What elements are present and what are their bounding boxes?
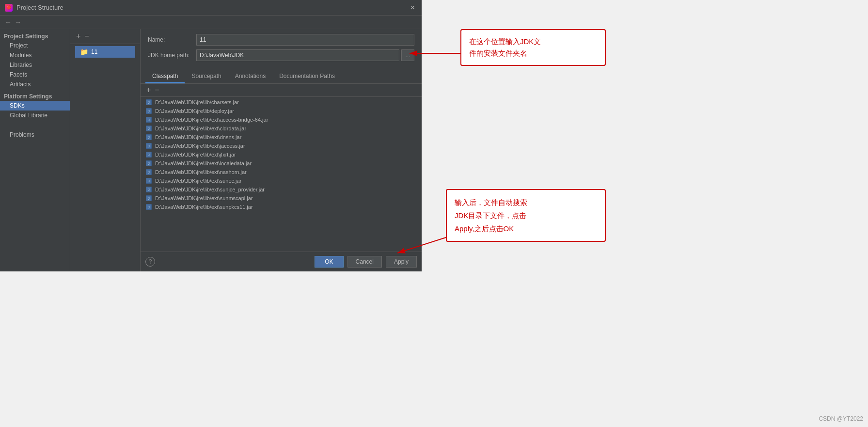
watermark: CSDN @YT2022 <box>819 415 863 422</box>
dialog-title: Project Structure <box>16 4 63 11</box>
top-annotation-text: 在这个位置输入JDK文件的安装文件夹名 <box>469 37 541 57</box>
list-item: J D:\JavaWeb\JDK\jre\lib\charsets.jar <box>141 98 422 107</box>
sidebar: Project Settings Project Modules Librari… <box>0 29 70 271</box>
form-area: Name: JDK home path: ... <box>141 29 422 70</box>
tab-sourcepath[interactable]: Sourcepath <box>185 70 228 83</box>
add-classpath-button[interactable]: + <box>145 86 152 95</box>
list-item: J D:\JavaWeb\JDK\jre\lib\ext\sunec.jar <box>141 176 422 185</box>
jar-icon: J <box>145 151 152 158</box>
name-input[interactable] <box>196 34 414 46</box>
sdk-list-toolbar: + − <box>70 29 140 44</box>
list-item: J D:\JavaWeb\JDK\jre\lib\ext\sunmscapi.j… <box>141 194 422 203</box>
jar-icon: J <box>145 142 152 149</box>
app-icon: 🔴 <box>5 4 13 12</box>
sdk-entry[interactable]: 📁 11 <box>75 46 135 58</box>
back-arrow[interactable]: ← <box>5 18 12 26</box>
project-structure-dialog: 🔴 Project Structure × ← → Project Settin… <box>0 0 422 271</box>
title-bar: 🔴 Project Structure × <box>0 0 422 16</box>
file-list[interactable]: J D:\JavaWeb\JDK\jre\lib\charsets.jar J … <box>141 97 422 252</box>
list-item: J D:\JavaWeb\JDK\jre\lib\ext\dnsns.jar <box>141 133 422 142</box>
jdk-home-row: JDK home path: ... <box>148 49 414 61</box>
ok-button[interactable]: OK <box>315 256 343 268</box>
classpath-toolbar: + − <box>141 84 422 97</box>
sidebar-item-problems[interactable]: Problems <box>0 130 70 140</box>
sdk-entry-name: 11 <box>91 48 97 55</box>
title-bar-left: 🔴 Project Structure <box>5 4 63 12</box>
remove-sdk-button[interactable]: − <box>83 32 90 41</box>
jar-icon: J <box>145 169 152 175</box>
sidebar-item-global-libraries[interactable]: Global Librarie <box>0 111 70 120</box>
jar-icon: J <box>145 195 152 202</box>
dialog-panel: Name: JDK home path: ... Classpath Sourc… <box>141 29 422 271</box>
list-item: J D:\JavaWeb\JDK\jre\lib\ext\jfxrt.jar <box>141 150 422 159</box>
platform-settings-section: Platform Settings <box>0 89 70 101</box>
sdk-list-panel: + − 📁 11 <box>70 29 141 271</box>
sdk-folder-icon: 📁 <box>80 48 88 56</box>
jar-icon: J <box>145 186 152 193</box>
project-settings-section: Project Settings <box>0 31 70 41</box>
bottom-annotation-text: 输入后，文件自动搜索JDK目录下文件，点击Apply,之后点击OK <box>455 198 527 233</box>
tab-classpath[interactable]: Classpath <box>145 70 185 83</box>
add-sdk-button[interactable]: + <box>75 32 81 41</box>
list-item: J D:\JavaWeb\JDK\jre\lib\ext\access-brid… <box>141 115 422 124</box>
sidebar-item-facets[interactable]: Facets <box>0 70 70 79</box>
help-button[interactable]: ? <box>145 257 155 267</box>
close-button[interactable]: × <box>409 3 417 12</box>
browse-button[interactable]: ... <box>401 49 414 61</box>
top-annotation-box: 在这个位置输入JDK文件的安装文件夹名 <box>460 29 606 66</box>
jar-icon: J <box>145 108 152 114</box>
main-content: Project Settings Project Modules Librari… <box>0 29 422 271</box>
forward-arrow[interactable]: → <box>15 18 21 26</box>
bottom-annotation-box: 输入后，文件自动搜索JDK目录下文件，点击Apply,之后点击OK <box>446 189 606 242</box>
nav-bar: ← → <box>0 16 422 29</box>
name-row: Name: <box>148 34 414 46</box>
apply-button[interactable]: Apply <box>386 256 417 268</box>
jar-icon: J <box>145 99 152 106</box>
list-item: J D:\JavaWeb\JDK\jre\lib\ext\nashorn.jar <box>141 168 422 176</box>
list-item: J D:\JavaWeb\JDK\jre\lib\ext\localedata.… <box>141 159 422 168</box>
name-label: Name: <box>148 36 196 43</box>
list-item: J D:\JavaWeb\JDK\jre\lib\ext\jaccess.jar <box>141 142 422 150</box>
jar-icon: J <box>145 204 152 210</box>
jar-icon: J <box>145 160 152 167</box>
jdk-home-label: JDK home path: <box>148 52 196 59</box>
jar-icon: J <box>145 177 152 184</box>
list-item: J D:\JavaWeb\JDK\jre\lib\deploy.jar <box>141 107 422 115</box>
sidebar-item-artifacts[interactable]: Artifacts <box>0 79 70 89</box>
sidebar-item-libraries[interactable]: Libraries <box>0 60 70 70</box>
sidebar-item-modules[interactable]: Modules <box>0 50 70 60</box>
jar-icon: J <box>145 125 152 132</box>
jdk-home-input[interactable] <box>196 49 399 61</box>
bottom-left: ? <box>145 257 311 267</box>
tab-annotations[interactable]: Annotations <box>228 70 272 83</box>
list-item: J D:\JavaWeb\JDK\jre\lib\ext\sunpkcs11.j… <box>141 203 422 211</box>
cancel-button[interactable]: Cancel <box>347 256 382 268</box>
remove-classpath-button[interactable]: − <box>154 86 160 95</box>
sidebar-item-sdks[interactable]: SDKs <box>0 101 70 111</box>
jar-icon: J <box>145 116 152 123</box>
tab-documentation[interactable]: Documentation Paths <box>272 70 342 83</box>
sidebar-item-project[interactable]: Project <box>0 41 70 50</box>
list-item: J D:\JavaWeb\JDK\jre\lib\ext\cldrdata.ja… <box>141 124 422 133</box>
bottom-buttons: ? OK Cancel Apply <box>141 252 422 271</box>
tabs-bar: Classpath Sourcepath Annotations Documen… <box>141 70 422 84</box>
list-item: J D:\JavaWeb\JDK\jre\lib\ext\sunjce_prov… <box>141 185 422 194</box>
jar-icon: J <box>145 134 152 141</box>
